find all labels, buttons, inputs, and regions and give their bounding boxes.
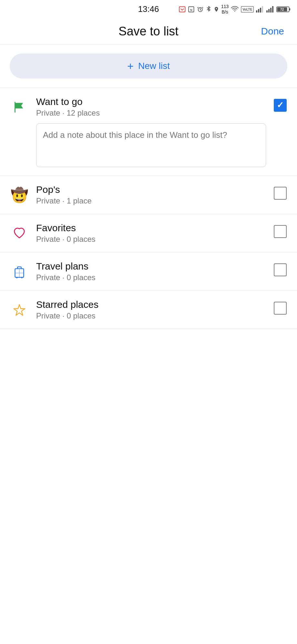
list-checkbox-favorites[interactable] [273, 224, 287, 239]
checkbox-unchecked [274, 263, 287, 276]
list-item-content: Favorites Private · 0 places [36, 223, 266, 244]
list-checkbox-starred-places[interactable] [273, 301, 287, 315]
star-icon [10, 300, 29, 320]
battery-icon: 72 [276, 6, 291, 13]
header: Save to list Done [0, 17, 297, 44]
signal-icon-2 [266, 6, 274, 13]
list-item: 🤠 Pop's Private · 1 place [0, 176, 297, 214]
list-name: Travel plans [36, 261, 266, 272]
note-area[interactable] [36, 123, 266, 167]
svg-rect-9 [260, 8, 261, 13]
list-item-content: Want to go Private · 12 places [36, 96, 266, 167]
list-item-content: Pop's Private · 1 place [36, 184, 266, 205]
svg-rect-10 [262, 6, 263, 13]
status-icons: N 113 B/s [179, 4, 291, 15]
network-speed: 113 B/s [221, 4, 229, 15]
svg-text:72: 72 [280, 7, 284, 11]
note-input[interactable] [43, 130, 259, 159]
done-button[interactable]: Done [261, 26, 284, 37]
emoji-icon: 🤠 [10, 185, 29, 205]
heart-icon [10, 224, 29, 243]
list-meta: Private · 0 places [36, 235, 266, 244]
list-name: Pop's [36, 184, 266, 195]
new-list-label: New list [138, 61, 170, 71]
list-item: Travel plans Private · 0 places [0, 252, 297, 291]
list-item-content: Travel plans Private · 0 places [36, 261, 266, 282]
location-icon [213, 6, 219, 13]
list-checkbox-travel-plans[interactable] [273, 263, 287, 277]
list-item: Want to go Private · 12 places [0, 88, 297, 176]
svg-text:N: N [190, 8, 192, 11]
lists-container: Want to go Private · 12 places 🤠 Pop's P… [0, 88, 297, 329]
list-checkbox-want-to-go[interactable] [273, 98, 287, 112]
checkbox-unchecked [274, 225, 287, 238]
list-meta: Private · 12 places [36, 109, 266, 118]
svg-rect-13 [270, 8, 272, 13]
nfc-icon: N [188, 6, 195, 13]
list-item: Favorites Private · 0 places [0, 214, 297, 252]
list-name: Favorites [36, 223, 266, 233]
svg-rect-14 [272, 6, 273, 13]
flag-icon [10, 98, 29, 117]
new-list-button[interactable]: + New list [10, 53, 287, 79]
new-list-section: + New list [0, 44, 297, 88]
alarm-icon [197, 6, 204, 13]
svg-rect-16 [289, 8, 291, 10]
list-name: Starred places [36, 299, 266, 310]
checkbox-unchecked [274, 187, 287, 200]
svg-rect-12 [268, 9, 270, 13]
list-meta: Private · 0 places [36, 273, 266, 282]
pocket-icon [179, 6, 186, 13]
svg-rect-11 [266, 10, 268, 13]
list-checkbox-pops[interactable] [273, 186, 287, 200]
list-item-content: Starred places Private · 0 places [36, 299, 266, 320]
list-item: Starred places Private · 0 places [0, 291, 297, 329]
checkbox-unchecked [274, 302, 287, 315]
volte-icon: VoLTE [241, 6, 254, 13]
checkbox-checked [274, 99, 287, 112]
list-name: Want to go [36, 96, 266, 107]
svg-text:VoLTE: VoLTE [243, 8, 252, 11]
svg-rect-8 [258, 9, 259, 13]
bluetooth-icon [206, 6, 212, 13]
plus-icon: + [127, 61, 134, 71]
list-meta: Private · 1 place [36, 196, 266, 205]
signal-icon-1 [256, 6, 264, 13]
svg-rect-0 [179, 7, 185, 12]
list-meta: Private · 0 places [36, 311, 266, 320]
luggage-icon [10, 262, 29, 281]
status-bar: 13:46 N [0, 0, 297, 17]
wifi-icon [231, 6, 239, 13]
status-time: 13:46 [138, 4, 159, 14]
svg-rect-7 [256, 10, 257, 13]
svg-point-4 [216, 8, 217, 9]
page-title: Save to list [119, 24, 179, 38]
